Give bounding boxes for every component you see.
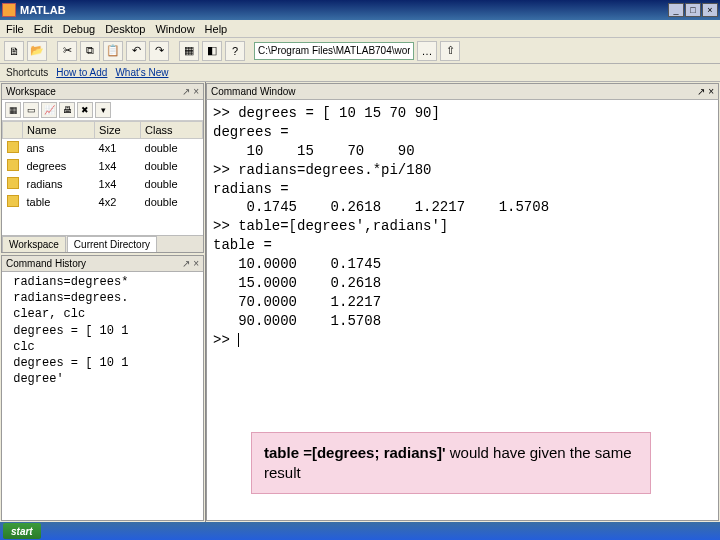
command-line: 10 15 70 90 [213,142,712,161]
history-dock-controls[interactable]: ↗ × [182,258,199,269]
start-button[interactable]: start [3,523,41,539]
menu-help[interactable]: Help [205,23,228,35]
tab-current-directory[interactable]: Current Directory [67,236,157,252]
workspace-panel-title: Workspace ↗ × [2,84,203,100]
command-line: >> degrees = [ 10 15 70 90] [213,104,712,123]
menu-desktop[interactable]: Desktop [105,23,145,35]
menu-window[interactable]: Window [155,23,194,35]
tab-workspace[interactable]: Workspace [2,236,66,252]
command-window-title: Command Window ↗ × [206,83,719,100]
new-var-icon[interactable]: ▦ [5,102,21,118]
variable-icon [7,159,19,171]
command-line: 15.0000 0.2618 [213,274,712,293]
annotation-callout: table =[degrees; radians]' would have gi… [251,432,651,495]
history-line[interactable]: radians=degrees. [6,290,199,306]
matlab-icon [2,3,16,17]
workspace-tabs: Workspace Current Directory [2,235,203,252]
open-file-icon[interactable]: 📂 [27,41,47,61]
col-class[interactable]: Class [141,122,203,139]
table-row[interactable]: ans4x1double [3,139,203,158]
shortcuts-bar: Shortcuts How to Add What's New [0,64,720,82]
maximize-button[interactable]: □ [685,3,701,17]
command-window-title-text: Command Window [211,86,295,97]
command-history-list[interactable]: radians=degrees* radians=degrees. clear,… [2,272,203,389]
col-size[interactable]: Size [95,122,141,139]
command-line: radians = [213,180,712,199]
simulink-icon[interactable]: ▦ [179,41,199,61]
workspace-table: Name Size Class ans4x1double degrees1x4d… [2,121,203,211]
command-dock-controls[interactable]: ↗ × [697,86,714,97]
window-controls: _ □ × [668,3,718,17]
paste-icon[interactable]: 📋 [103,41,123,61]
history-line[interactable]: clc [6,339,199,355]
command-line: 10.0000 0.1745 [213,255,712,274]
copy-icon[interactable]: ⧉ [80,41,100,61]
workspace-toolbar: ▦ ▭ 📈 🖶 ✖ ▾ [2,100,203,121]
command-line: >> table=[degrees',radians'] [213,217,712,236]
go-up-icon[interactable]: ⇧ [440,41,460,61]
history-panel-title: Command History ↗ × [2,256,203,272]
open-var-icon[interactable]: ▭ [23,102,39,118]
variable-icon [7,177,19,189]
col-name[interactable]: Name [23,122,95,139]
command-line: 0.1745 0.2618 1.2217 1.5708 [213,198,712,217]
toolbar: 🗎 📂 ✂ ⧉ 📋 ↶ ↷ ▦ ◧ ? … ⇧ [0,38,720,64]
redo-icon[interactable]: ↷ [149,41,169,61]
command-line: 90.0000 1.5708 [213,312,712,331]
variable-icon [7,195,19,207]
print-icon[interactable]: 🖶 [59,102,75,118]
history-line[interactable]: degree' [6,371,199,387]
menu-edit[interactable]: Edit [34,23,53,35]
history-line[interactable]: clear, clc [6,306,199,322]
plot-icon[interactable]: 📈 [41,102,57,118]
workspace-title-text: Workspace [6,86,56,97]
current-directory-input[interactable] [254,42,414,60]
shortcut-whats-new[interactable]: What's New [115,67,168,78]
undo-icon[interactable]: ↶ [126,41,146,61]
text-cursor [238,333,239,347]
window-title: MATLAB [20,4,668,16]
help-icon[interactable]: ? [225,41,245,61]
guide-icon[interactable]: ◧ [202,41,222,61]
window-titlebar: MATLAB _ □ × [0,0,720,20]
stack-icon[interactable]: ▾ [95,102,111,118]
callout-code: table =[degrees; radians]' [264,444,446,461]
table-row[interactable]: radians1x4double [3,175,203,193]
history-title-text: Command History [6,258,86,269]
command-line: degrees = [213,123,712,142]
command-line: >> radians=degrees.*pi/180 [213,161,712,180]
history-line[interactable]: radians=degrees* [6,274,199,290]
workspace-dock-controls[interactable]: ↗ × [182,86,199,97]
command-line: table = [213,236,712,255]
menu-bar: File Edit Debug Desktop Window Help [0,20,720,38]
browse-folder-icon[interactable]: … [417,41,437,61]
shortcut-how-to-add[interactable]: How to Add [56,67,107,78]
command-line: 70.0000 1.2217 [213,293,712,312]
variable-icon [7,141,19,153]
menu-debug[interactable]: Debug [63,23,95,35]
command-prompt: >> [213,331,712,350]
windows-taskbar: start [0,522,720,540]
menu-file[interactable]: File [6,23,24,35]
close-button[interactable]: × [702,3,718,17]
table-row[interactable]: degrees1x4double [3,157,203,175]
shortcuts-label: Shortcuts [6,67,48,78]
command-window[interactable]: >> degrees = [ 10 15 70 90] degrees = 10… [206,100,719,521]
minimize-button[interactable]: _ [668,3,684,17]
cut-icon[interactable]: ✂ [57,41,77,61]
history-line[interactable]: degrees = [ 10 1 [6,323,199,339]
delete-icon[interactable]: ✖ [77,102,93,118]
table-row[interactable]: table4x2double [3,193,203,211]
history-line[interactable]: degrees = [ 10 1 [6,355,199,371]
new-file-icon[interactable]: 🗎 [4,41,24,61]
